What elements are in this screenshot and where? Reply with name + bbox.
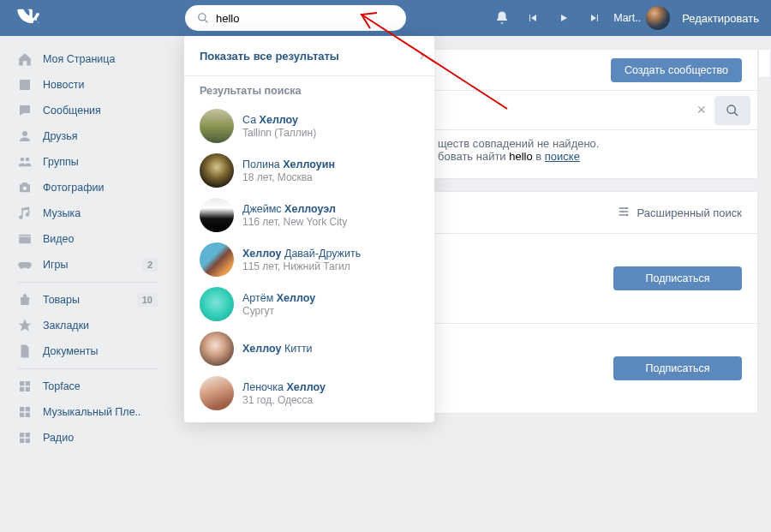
svg-rect-7 — [20, 381, 24, 386]
svg-rect-11 — [20, 407, 24, 411]
header-right: Mart.. Редактировать — [487, 0, 771, 36]
user-menu[interactable]: Mart.. — [613, 6, 670, 30]
nav-messages[interactable]: Сообщения — [17, 98, 171, 123]
edit-link[interactable]: Редактировать — [670, 12, 771, 25]
nav-label: Музыкальный Пле.. — [43, 406, 141, 418]
svg-point-4 — [26, 158, 30, 162]
nav-count: 2 — [142, 258, 158, 272]
nav-label: Topface — [43, 380, 81, 392]
result-sub: Сургут — [242, 305, 315, 317]
advanced-label: Расширенный поиск — [637, 206, 742, 219]
player-prev-icon[interactable] — [517, 13, 548, 23]
clear-icon[interactable]: × — [688, 101, 714, 119]
svg-point-21 — [625, 206, 627, 209]
result-sub: 18 лет, Москва — [242, 171, 335, 183]
svg-rect-17 — [20, 439, 24, 443]
svg-rect-18 — [26, 439, 30, 443]
nav-bookmarks[interactable]: Закладки — [17, 313, 171, 338]
nav-label: Музыка — [43, 207, 81, 219]
result-sub: Tallinn (Таллин) — [242, 127, 316, 139]
dropdown-result[interactable]: Хеллоу Китти — [184, 326, 434, 371]
app-icon — [17, 379, 36, 394]
dropdown-section-title: Результаты поиска — [184, 76, 434, 104]
news-icon — [17, 77, 36, 93]
sliders-icon — [617, 205, 631, 221]
svg-line-1 — [205, 20, 207, 22]
search-dropdown: Показать все результаты › Результаты пои… — [184, 36, 434, 422]
dropdown-show-all[interactable]: Показать все результаты › — [184, 36, 434, 76]
nav-label: Закладки — [43, 320, 89, 332]
nav-my-page[interactable]: Моя Страница — [17, 46, 171, 72]
svg-rect-6 — [19, 235, 31, 244]
svg-rect-10 — [26, 387, 30, 392]
svg-line-20 — [734, 112, 738, 116]
search-link[interactable]: поиске — [545, 150, 580, 163]
nav-radio[interactable]: Радио — [17, 425, 171, 451]
nav-friends[interactable]: Друзья — [17, 123, 171, 149]
result-sub: 31 год, Одесса — [242, 394, 326, 406]
svg-point-2 — [22, 131, 27, 136]
nav-video[interactable]: Видео — [17, 226, 171, 252]
nav-games[interactable]: Игры 2 — [17, 252, 171, 278]
avatar — [646, 6, 670, 30]
notifications-icon[interactable] — [487, 10, 517, 26]
nav-music-player[interactable]: Музыкальный Пле.. — [17, 399, 171, 425]
nav-topface[interactable]: Topface — [17, 374, 171, 399]
nav-photos[interactable]: Фотографии — [17, 175, 171, 200]
chevron-right-icon: › — [420, 48, 424, 63]
avatar — [200, 198, 234, 232]
create-community-button[interactable]: Создать сообщество — [611, 58, 742, 82]
top-header: Mart.. Редактировать — [0, 0, 771, 36]
svg-rect-16 — [26, 433, 30, 437]
player-next-icon[interactable] — [579, 13, 610, 23]
nav-music[interactable]: Музыка — [17, 200, 171, 226]
search-input[interactable] — [216, 12, 387, 25]
nav-label: Радио — [43, 432, 74, 444]
dropdown-result[interactable]: Леночка Хеллоу 31 год, Одесса — [184, 371, 434, 422]
nav-groups[interactable]: Группы — [17, 149, 171, 175]
dropdown-result[interactable]: Джеймс Хеллоуэл 116 лет, New York City — [184, 193, 434, 237]
search-icon — [197, 12, 209, 24]
nav-label: Товары — [43, 294, 80, 306]
nav-count: 10 — [137, 293, 158, 307]
svg-point-23 — [625, 213, 628, 216]
nav-label: Видео — [43, 233, 75, 245]
dropdown-result[interactable]: Полина Хеллоуин 18 лет, Москва — [184, 148, 434, 193]
search-icon — [726, 104, 739, 117]
subscribe-button[interactable]: Подписаться — [613, 266, 742, 290]
svg-rect-15 — [20, 433, 24, 437]
right-column — [758, 36, 771, 451]
nav-news[interactable]: Новости — [17, 72, 171, 98]
svg-rect-13 — [20, 413, 24, 417]
user-name: Mart.. — [613, 12, 641, 24]
games-icon — [17, 257, 36, 272]
nav-label: Группы — [43, 156, 79, 168]
search-button[interactable] — [714, 96, 750, 125]
svg-point-19 — [727, 105, 735, 113]
nav-documents[interactable]: Документы — [17, 338, 171, 364]
svg-point-0 — [199, 14, 206, 21]
music-icon — [17, 206, 36, 221]
avatar — [200, 376, 234, 410]
player-play-icon[interactable] — [548, 13, 579, 23]
svg-rect-9 — [20, 387, 24, 392]
result-name: Артём Хеллоу — [242, 292, 315, 304]
svg-rect-8 — [26, 381, 30, 386]
result-name: Хеллоу Давай-Дружить — [242, 248, 361, 260]
svg-point-22 — [621, 210, 624, 212]
nav-market[interactable]: Товары 10 — [17, 287, 171, 313]
result-sub: 115 лет, Нижний Тагил — [242, 260, 361, 272]
svg-point-3 — [21, 158, 25, 162]
global-search[interactable] — [185, 5, 406, 31]
nav-divider — [17, 368, 158, 369]
star-icon — [17, 318, 36, 333]
messages-icon — [17, 103, 36, 118]
dropdown-result[interactable]: Хеллоу Давай-Дружить 115 лет, Нижний Таг… — [184, 237, 434, 282]
svg-rect-14 — [26, 413, 30, 417]
dropdown-result[interactable]: Артём Хеллоу Сургут — [184, 282, 434, 326]
subscribe-button[interactable]: Подписаться — [613, 356, 742, 380]
vk-logo[interactable] — [15, 5, 39, 32]
dropdown-result[interactable]: Са Хеллоу Tallinn (Таллин) — [184, 104, 434, 148]
avatar — [200, 287, 234, 321]
result-name: Хеллоу Китти — [242, 343, 313, 355]
